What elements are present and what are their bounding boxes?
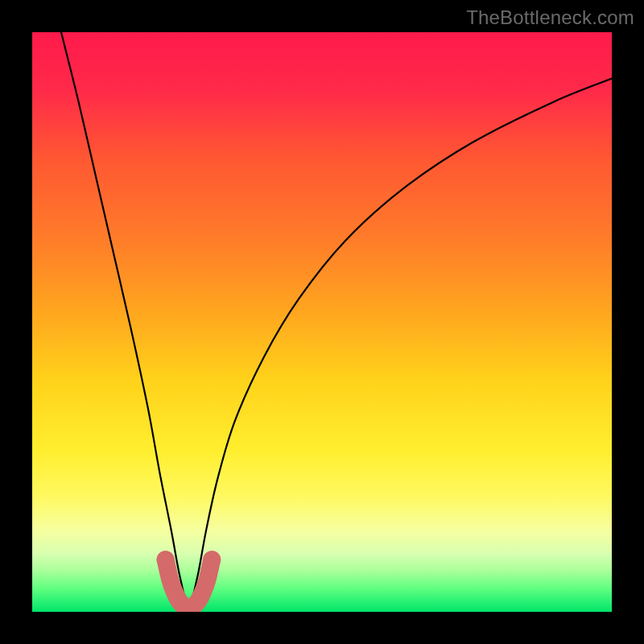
watermark-text: TheBottleneck.com xyxy=(466,6,634,29)
valley-end-dot xyxy=(157,551,175,568)
chart-frame: TheBottleneck.com xyxy=(0,0,644,644)
valley-end-dot xyxy=(203,551,221,568)
curve-layer xyxy=(32,32,612,612)
valley-highlight xyxy=(166,559,213,608)
bottleneck-curve xyxy=(61,32,612,606)
valley-highlight-dots xyxy=(157,551,221,568)
plot-area xyxy=(32,32,612,612)
